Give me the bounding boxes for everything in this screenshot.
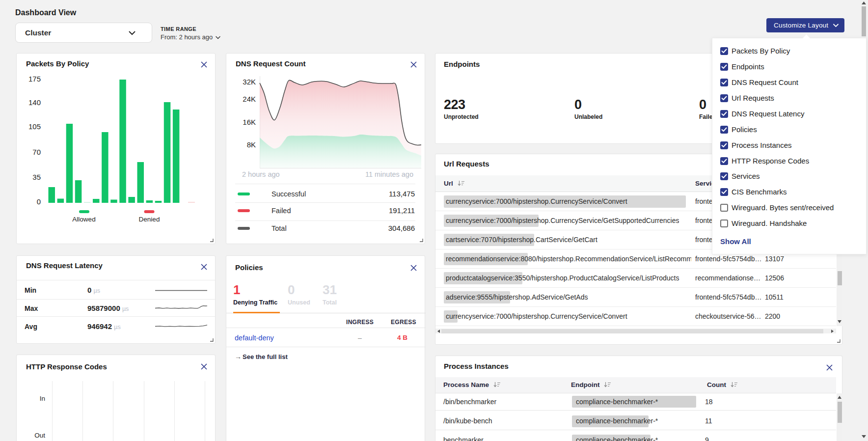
svg-text:Allowed: Allowed (72, 216, 95, 223)
svg-text:0 µs: 0 µs (87, 286, 100, 294)
svg-text:946942 µs: 946942 µs (87, 322, 121, 331)
svg-text:140: 140 (28, 98, 41, 107)
svg-text:Denied: Denied (139, 216, 160, 223)
svg-text:Total: Total (271, 224, 287, 232)
svg-text:Failed: Failed (271, 207, 291, 215)
svg-text:Min: Min (25, 286, 36, 294)
svg-text:Max: Max (25, 304, 38, 312)
svg-text:In: In (40, 395, 45, 402)
svg-text:191,211: 191,211 (389, 206, 415, 215)
svg-text:Out: Out (34, 432, 45, 439)
svg-text:Successful: Successful (271, 190, 306, 198)
svg-text:16K: 16K (243, 118, 256, 126)
svg-text:35: 35 (32, 173, 41, 181)
svg-text:113,475: 113,475 (389, 190, 415, 198)
svg-text:24K: 24K (243, 95, 256, 103)
svg-text:Avg: Avg (25, 323, 37, 331)
svg-text:32K: 32K (243, 78, 256, 86)
svg-text:95879000 µs: 95879000 µs (87, 304, 129, 312)
svg-text:0: 0 (37, 197, 41, 206)
svg-text:175: 175 (28, 75, 41, 83)
svg-text:8K: 8K (247, 140, 256, 149)
svg-text:105: 105 (28, 122, 41, 131)
svg-text:2 hours ago: 2 hours ago (242, 170, 280, 178)
svg-text:11 minutes ago: 11 minutes ago (365, 170, 413, 178)
svg-text:304,686: 304,686 (388, 224, 415, 232)
svg-text:70: 70 (32, 148, 41, 156)
